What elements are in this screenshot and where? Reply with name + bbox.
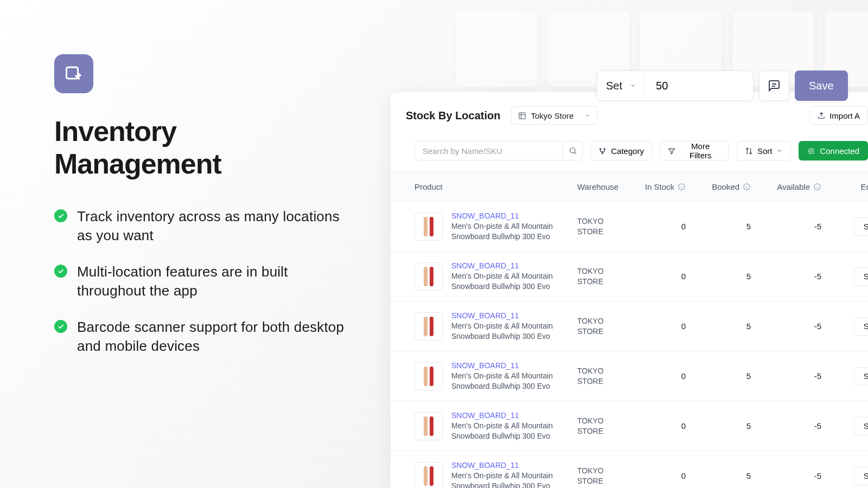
connected-button[interactable]: Connected [799,141,868,160]
row-set-button[interactable]: Set [854,417,868,435]
in-stock-cell: 0 [637,421,702,431]
product-thumb [414,213,443,241]
row-set-button[interactable]: Set [854,317,868,336]
product-thumb [414,312,443,341]
search-button[interactable] [563,142,582,160]
bulk-action-label: Set [606,80,622,92]
table-row: SNOW_BOARD_11 Men's On-piste & All Mount… [391,202,868,252]
svg-point-6 [604,148,605,150]
location-select[interactable]: Tokyo Store [511,106,598,125]
svg-rect-29 [424,466,427,486]
available-cell: -5 [767,421,838,431]
product-sku[interactable]: SNOW_BOARD_11 [451,411,565,420]
booked-cell: 5 [702,222,767,231]
booked-cell: 5 [702,421,767,431]
info-icon [743,183,751,191]
available-cell: -5 [767,471,838,480]
col-product: Product [414,182,577,191]
section-title: Stock By Location [406,110,500,122]
product-name: Men's On-piste & All Mountain Snowboard … [451,221,565,241]
more-filters-button[interactable]: More Filters [660,141,729,160]
search-input[interactable] [415,142,563,160]
row-set-button[interactable]: Set [854,367,868,386]
product-sku[interactable]: SNOW_BOARD_11 [451,361,565,370]
inventory-panel: Stock By Location Tokyo Store Import A C… [391,92,868,488]
col-in-stock: In Stock [637,182,702,191]
svg-point-5 [600,148,602,150]
check-icon [54,320,67,333]
import-button[interactable]: Import A [809,106,868,125]
warehouse-cell: TOKYOSTORE [577,266,637,286]
product-thumb [414,262,443,291]
bulk-value-input[interactable] [645,70,754,101]
table-row: SNOW_BOARD_11 Men's On-piste & All Mount… [391,401,868,451]
row-set-button[interactable]: Set [854,267,868,286]
product-sku[interactable]: SNOW_BOARD_11 [451,261,565,270]
svg-rect-23 [424,317,427,336]
filter-icon [668,147,675,155]
feature-item: Barcode scanner support for both desktop… [54,318,347,356]
product-thumb [414,412,443,440]
in-stock-cell: 0 [637,471,702,480]
product-cell: SNOW_BOARD_11 Men's On-piste & All Mount… [414,411,577,440]
feature-text: Barcode scanner support for both desktop… [77,318,347,356]
col-available: Available [767,182,838,191]
warehouse-cell: TOKYOSTORE [577,316,637,336]
available-cell: -5 [767,322,838,331]
store-icon [518,112,526,120]
in-stock-cell: 0 [637,272,702,281]
product-name: Men's On-piste & All Mountain Snowboard … [451,371,565,390]
category-icon [598,147,607,155]
warehouse-cell: TOKYOSTORE [577,416,637,435]
row-set-button[interactable]: Set [854,217,868,236]
booked-cell: 5 [702,471,767,480]
filters-label: More Filters [680,142,721,160]
product-cell: SNOW_BOARD_11 Men's On-piste & All Mount… [414,211,577,241]
warehouse-cell: TOKYOSTORE [577,216,637,236]
product-name: Men's On-piste & All Mountain Snowboard … [451,271,565,291]
search-icon [569,146,577,155]
product-sku[interactable]: SNOW_BOARD_11 [451,311,565,320]
booked-cell: 5 [702,272,767,281]
bulk-action-select[interactable]: Set [597,70,646,101]
category-button[interactable]: Category [590,141,652,160]
bulk-edit-controls: Set Save [597,70,848,101]
available-cell: -5 [767,272,838,281]
svg-point-7 [602,152,603,154]
check-icon [54,265,67,278]
warehouse-cell: TOKYOSTORE [577,366,637,386]
feature-item: Multi-location features are in built thr… [54,262,347,300]
col-edit-stock: Edit Stock [838,182,868,191]
toolbar: Category More Filters Sort Connected [391,136,868,171]
product-sku[interactable]: SNOW_BOARD_11 [451,211,565,220]
sort-button[interactable]: Sort [737,141,792,160]
upload-icon [818,112,825,119]
table-row: SNOW_BOARD_11 Men's On-piste & All Mount… [391,301,868,351]
product-name: Men's On-piste & All Mountain Snowboard … [451,321,565,341]
svg-rect-20 [430,217,433,236]
table-row: SNOW_BOARD_11 Men's On-piste & All Mount… [391,451,868,488]
svg-point-4 [570,148,575,153]
feature-text: Track inventory across as many locations… [77,207,347,245]
product-sku[interactable]: SNOW_BOARD_11 [451,461,565,470]
page-title: Inventory Management [54,115,347,180]
in-stock-cell: 0 [637,222,702,231]
comment-icon [768,79,781,92]
connected-label: Connected [820,146,859,156]
svg-rect-30 [430,466,433,486]
inventory-table: Product Warehouse In Stock Booked Availa… [391,171,868,488]
comment-button[interactable] [759,70,789,101]
product-cell: SNOW_BOARD_11 Men's On-piste & All Mount… [414,361,577,390]
app-logo [54,54,93,93]
import-label: Import A [829,111,860,120]
save-button[interactable]: Save [795,70,848,101]
svg-rect-24 [430,317,433,336]
row-set-button[interactable]: Set [854,467,868,485]
feature-list: Track inventory across as many locations… [54,207,347,356]
svg-rect-26 [430,367,433,386]
svg-rect-21 [424,267,427,286]
booked-cell: 5 [702,371,767,381]
sort-icon [745,147,753,155]
info-icon [813,183,821,191]
col-booked: Booked [702,182,767,191]
